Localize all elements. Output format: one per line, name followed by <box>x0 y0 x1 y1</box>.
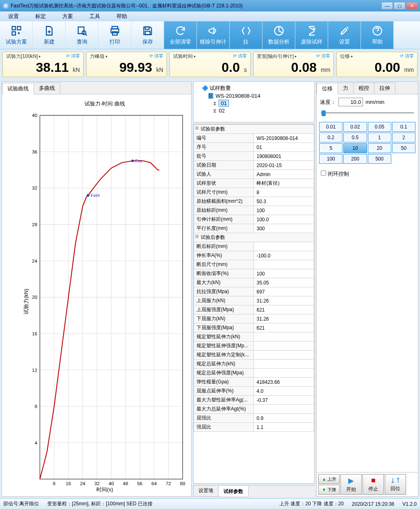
minimize-button[interactable]: — <box>381 2 393 9</box>
param-row[interactable]: 上屈服强度(Mpa)621 <box>194 305 314 314</box>
tab-force[interactable]: 力 <box>338 83 354 94</box>
speed-preset-50[interactable]: 50 <box>392 143 415 153</box>
speed-preset-0.5[interactable]: 0.5 <box>343 133 367 142</box>
speed-preset-1[interactable]: 1 <box>368 133 391 142</box>
closed-loop-checkbox[interactable]: 闭环控制 <box>321 171 349 177</box>
param-row[interactable]: 伸长率A(%)-100.0 <box>194 251 314 260</box>
speed-preset-10[interactable]: 10 <box>343 143 367 153</box>
param-row[interactable]: 原始横截面积(mm^2)50.3 <box>194 197 314 206</box>
speed-preset-20[interactable]: 20 <box>368 143 391 153</box>
tab-displacement[interactable]: 位移 <box>317 83 338 94</box>
param-row[interactable]: 最大力(kN)35.05 <box>194 278 314 287</box>
param-row[interactable]: 批号190808001 <box>194 152 314 161</box>
start-button[interactable]: ▶开始 <box>340 474 362 495</box>
tab-curve[interactable]: 试验曲线 <box>2 83 34 94</box>
toolbar: 试验方案新建查询打印保存全部清零移除引伸计拉数据分析废除试样设置帮助 <box>0 21 420 49</box>
speed-preset-500[interactable]: 500 <box>368 154 391 164</box>
param-row[interactable]: 最大力总延伸率Agt(%) <box>194 405 314 414</box>
tab-program[interactable]: 程控 <box>353 83 374 94</box>
param-row[interactable]: 弹性模量(Gpa)418423.66 <box>194 378 314 387</box>
toolbar-printer[interactable]: 打印 <box>98 21 131 49</box>
down-button[interactable]: ▼下降 <box>318 485 340 495</box>
param-row[interactable]: 断后尺寸(mm) <box>194 260 314 269</box>
clear-button[interactable]: ⟳ 清零 <box>66 53 80 60</box>
param-row[interactable]: 规定塑性延伸力(kN) <box>194 332 314 342</box>
tab-tensile[interactable]: 拉伸 <box>374 83 395 94</box>
tree-root[interactable]: 🔷 试样数量 <box>196 84 312 92</box>
toolbar-file-plus[interactable]: 新建 <box>33 21 66 49</box>
speed-input[interactable] <box>338 98 363 106</box>
speed-preset-2[interactable]: 2 <box>392 133 415 142</box>
speed-preset-200[interactable]: 200 <box>343 154 367 164</box>
speed-preset-0.1[interactable]: 0.1 <box>392 122 415 132</box>
clear-button[interactable]: ⟳ 清零 <box>316 53 330 60</box>
toolbar-refresh[interactable]: 全部清零 <box>164 21 197 49</box>
speed-slider[interactable] <box>321 110 414 116</box>
toolbar-search[interactable]: 查询 <box>66 21 98 49</box>
speed-preset-0.05[interactable]: 0.05 <box>368 122 391 132</box>
tab-multicurve[interactable]: 多曲线 <box>34 83 60 94</box>
toolbar-grid[interactable]: 试验方案 <box>0 21 33 49</box>
sample-tree: 🔷 试样数量 📘 WS-20190808-014 ⧗ 01 ⧗ 02 <box>193 81 315 122</box>
param-row[interactable]: 屈强比0.9 <box>194 414 314 423</box>
clear-button[interactable]: ⟳ 清零 <box>233 53 247 60</box>
param-row[interactable]: 下屈服强度(Mpa)621 <box>194 323 314 332</box>
svg-rect-1 <box>17 26 21 30</box>
tree-item-02[interactable]: ⧗ 02 <box>196 107 312 115</box>
param-row[interactable]: 试样尺寸(mm)8 <box>194 188 314 197</box>
toolbar-split[interactable]: 拉 <box>230 21 262 49</box>
param-row[interactable]: 上屈服力(kN)31.26 <box>194 296 314 305</box>
speed-preset-100[interactable]: 100 <box>319 154 342 164</box>
speed-preset-0.2[interactable]: 0.2 <box>319 133 342 142</box>
param-row[interactable]: 断后标距(mm) <box>194 242 314 251</box>
speed-preset-5[interactable]: 5 <box>319 143 342 153</box>
toolbar-pie[interactable]: 数据分析 <box>262 21 295 49</box>
toolbar-help[interactable]: 帮助 <box>361 21 394 49</box>
param-row[interactable]: 规定总延伸强度(Mpa) <box>194 369 314 378</box>
svg-point-3 <box>18 32 19 33</box>
param-row[interactable]: 试验人Admin <box>194 170 314 179</box>
speed-preset-0.02[interactable]: 0.02 <box>343 122 367 132</box>
speed-preset-0.01[interactable]: 0.01 <box>319 122 342 132</box>
param-row[interactable]: 原始标距(mm)100 <box>194 206 314 215</box>
menu-tools[interactable]: 工具 <box>89 13 100 20</box>
menu-help[interactable]: 帮助 <box>116 13 127 20</box>
menu-calibrate[interactable]: 标定 <box>35 13 46 20</box>
toolbar-hourglass-x[interactable]: 废除试样 <box>295 21 328 49</box>
param-row[interactable]: 试样形状棒材(直径) <box>194 179 314 188</box>
toolbar-tools[interactable]: 设置 <box>328 21 361 49</box>
tree-batch[interactable]: 📘 WS-20190808-014 <box>196 92 312 99</box>
clear-button[interactable]: ⟳ 清零 <box>400 53 414 60</box>
param-row[interactable]: 试验日期2020-01-15 <box>194 161 314 170</box>
toolbar-megaphone[interactable]: 移除引伸计 <box>197 21 230 49</box>
menu-settings[interactable]: 设置 <box>8 13 19 20</box>
svg-text:32: 32 <box>94 481 100 486</box>
param-row[interactable]: 屈服点延伸率(%)4.0 <box>194 387 314 396</box>
param-row[interactable]: 序号01 <box>194 143 314 152</box>
param-row[interactable]: 编号WS-20190808-014 <box>194 134 314 143</box>
svg-text:时间(s): 时间(s) <box>96 487 113 493</box>
menu-scheme[interactable]: 方案 <box>62 13 73 20</box>
up-button[interactable]: ▲上升 <box>318 474 340 484</box>
param-row[interactable]: 抗拉强度(Mpa)697 <box>194 287 314 296</box>
param-row[interactable]: 引伸计标距(mm)100.0 <box>194 215 314 224</box>
tab-sample-params[interactable]: 试样参数 <box>218 486 249 497</box>
clear-button[interactable]: ⟳ 清零 <box>149 53 163 60</box>
tab-settings-items[interactable]: 设置项 <box>193 486 219 497</box>
stop-button[interactable]: ■停止 <box>363 474 384 495</box>
close-button[interactable]: ✕ <box>406 2 418 9</box>
param-row[interactable]: 规定总延伸力(kN) <box>194 360 314 369</box>
maximize-button[interactable]: ▢ <box>394 2 405 9</box>
param-row[interactable]: 规定塑性延伸力定制(k... <box>194 351 314 360</box>
param-row[interactable]: 断面收缩率(%)100 <box>194 269 314 278</box>
param-row[interactable]: 下屈服力(kN)31.26 <box>194 314 314 323</box>
tree-item-01[interactable]: ⧗ 01 <box>196 99 312 107</box>
param-row[interactable]: 最大力塑性延伸率Ag(...-0.37 <box>194 396 314 405</box>
param-row[interactable]: 规定塑性延伸强度(Mp... <box>194 342 314 351</box>
param-row[interactable]: 强屈比1.1 <box>194 423 314 432</box>
return-button[interactable]: ⤓⤒回位 <box>385 474 406 495</box>
chevron-down-icon[interactable]: ⌄ <box>184 80 189 81</box>
svg-text:24: 24 <box>80 481 85 486</box>
toolbar-save[interactable]: 保存 <box>131 21 164 49</box>
param-row[interactable]: 平行长度(mm)300 <box>194 224 314 233</box>
